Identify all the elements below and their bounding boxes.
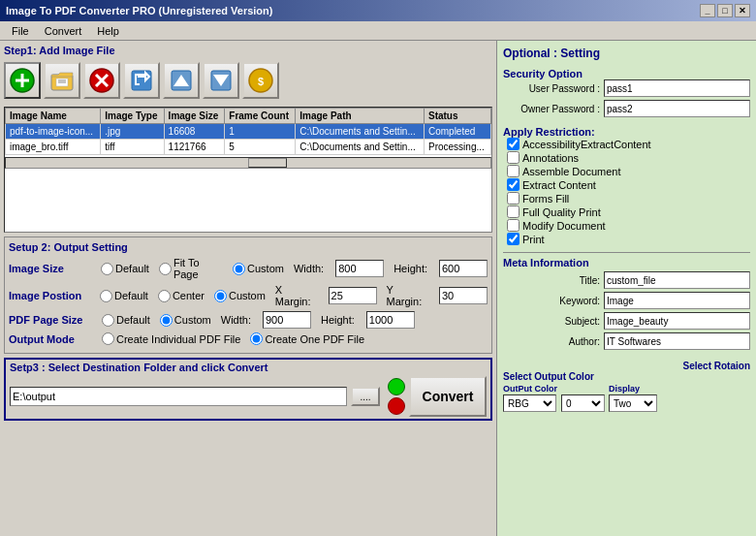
menu-convert[interactable]: Convert (37, 24, 90, 38)
image-size-fitpage[interactable]: Fit To Page (159, 257, 223, 280)
bottom-controls: Select Rotaion Select Output Color OutPu… (503, 361, 750, 412)
cell-frames: 1 (225, 124, 296, 140)
display-group: Display Two One None (609, 384, 657, 412)
restriction-item-label: Forms Fill (522, 193, 569, 205)
menu-file[interactable]: File (4, 24, 37, 38)
ymargin-input[interactable] (439, 287, 488, 304)
restriction-item[interactable]: Annotations (507, 151, 750, 164)
browse-button[interactable]: .... (351, 387, 380, 406)
image-size-row: Image Size Default Fit To Page Custom Wi… (9, 257, 488, 280)
width-label: Width: (294, 263, 324, 274)
pdf-custom[interactable]: Custom (160, 314, 211, 327)
dest-path-input[interactable] (10, 387, 347, 406)
move-down-button[interactable] (203, 62, 239, 99)
xmargin-input[interactable] (329, 287, 377, 304)
meta-field-label: Title: (503, 275, 600, 286)
image-position-label: Image Postion (9, 290, 94, 301)
meta-field-label: Keyword: (503, 296, 600, 306)
rotation-select[interactable]: 0 90 180 270 (561, 394, 605, 412)
col-image-size: Image Size (164, 109, 225, 124)
restriction-item-label: Extract Content (522, 179, 596, 191)
table-row[interactable]: pdf-to-image-icon... .jpg 16608 1 C:\Doc… (6, 124, 491, 140)
restriction-checkbox[interactable] (507, 233, 520, 245)
restriction-item[interactable]: Full Quality Print (507, 205, 750, 218)
horizontal-scrollbar[interactable] (5, 157, 491, 169)
close-button[interactable]: ✕ (735, 4, 750, 17)
owner-password-row: Owner Password : (503, 100, 750, 117)
rotation-group: 0 90 180 270 (561, 384, 605, 412)
table-row[interactable]: image_bro.tiff tiff 1121766 5 C:\Documen… (6, 140, 491, 155)
restriction-checkbox[interactable] (507, 178, 520, 191)
pos-custom[interactable]: Custom (214, 290, 266, 302)
output-mode-row: Output Mode Create Individual PDF File C… (9, 332, 488, 345)
cell-size: 1121766 (164, 140, 225, 155)
output-individual[interactable]: Create Individual PDF File (102, 332, 240, 345)
meta-field-input[interactable] (604, 312, 750, 330)
image-height-input[interactable] (439, 260, 488, 277)
image-position-options: Default Center Custom X Margin: Y Margin… (100, 284, 488, 307)
restriction-checkbox[interactable] (507, 192, 520, 205)
restriction-checkbox[interactable] (507, 138, 520, 150)
file-table[interactable]: Image Name Image Type Image Size Frame C… (4, 107, 492, 233)
meta-field-input[interactable] (604, 332, 750, 350)
move-up-button[interactable] (163, 62, 200, 99)
step3-section: Setp3 : Select Destination Folder and cl… (4, 358, 492, 421)
restriction-item[interactable]: Print (507, 233, 750, 245)
image-size-custom[interactable]: Custom (233, 263, 284, 275)
restriction-item[interactable]: Forms Fill (507, 192, 750, 205)
meta-field-row: Author: (503, 332, 750, 350)
toolbar: $ (4, 62, 492, 99)
scrollbar-thumb[interactable] (248, 158, 287, 168)
rotation-label-row: Select Rotaion (503, 361, 750, 371)
pdf-default[interactable]: Default (102, 314, 150, 327)
restriction-item[interactable]: Assemble Document (507, 165, 750, 177)
output-onefile[interactable]: Create One PDF File (250, 332, 364, 345)
restriction-item[interactable]: Modify Document (507, 219, 750, 232)
image-size-options: Default Fit To Page Custom Width: Height… (101, 257, 488, 280)
image-size-default[interactable]: Default (101, 263, 149, 275)
remove-file-button[interactable] (83, 62, 120, 99)
cell-type: tiff (101, 140, 164, 155)
pos-center[interactable]: Center (158, 290, 205, 302)
cell-path: C:\Documents and Settin... (296, 140, 425, 155)
restriction-checkbox[interactable] (507, 151, 520, 164)
select-rotation-label: Select Rotaion (683, 361, 750, 371)
display-select[interactable]: Two One None (609, 394, 657, 412)
user-password-input[interactable] (604, 79, 750, 97)
red-light (388, 397, 405, 415)
reload-button[interactable] (123, 62, 160, 99)
restriction-checkbox[interactable] (507, 205, 520, 218)
restriction-item[interactable]: AccessibilityExtractContent (507, 138, 750, 150)
restriction-item-label: Print (522, 234, 545, 245)
restriction-checkbox[interactable] (507, 165, 520, 177)
image-size-label: Image Size (9, 263, 95, 274)
meta-field-row: Subject: (503, 312, 750, 330)
output-mode-options: Create Individual PDF File Create One PD… (102, 332, 364, 345)
window-controls[interactable]: _ □ ✕ (700, 4, 750, 17)
restriction-item[interactable]: Extract Content (507, 178, 750, 191)
convert-button[interactable]: Convert (409, 376, 487, 417)
add-file-button[interactable] (4, 62, 41, 99)
image-width-input[interactable] (335, 260, 384, 277)
color-label-row: Select Output Color (503, 371, 750, 382)
pos-default[interactable]: Default (100, 290, 148, 302)
cell-name: image_bro.tiff (6, 140, 101, 155)
pdf-height-input[interactable] (366, 311, 415, 329)
minimize-button[interactable]: _ (700, 4, 715, 17)
menu-help[interactable]: Help (89, 24, 127, 38)
meta-field-input[interactable] (604, 271, 750, 289)
step2-title: Setup 2: Output Setting (9, 241, 488, 253)
meta-field-input[interactable] (604, 292, 750, 309)
buy-button[interactable]: $ (242, 62, 279, 99)
meta-field-label: Subject: (503, 316, 600, 327)
add-folder-button[interactable] (44, 62, 80, 99)
main-content: Step1: Add Image File (0, 41, 756, 536)
user-password-row: User Password : (503, 79, 750, 97)
output-color-select[interactable]: RBG Gray CMYK (503, 394, 556, 412)
height-label: Height: (394, 263, 427, 274)
pdf-width-input[interactable] (263, 311, 311, 329)
cell-type: .jpg (101, 124, 164, 140)
maximize-button[interactable]: □ (717, 4, 733, 17)
owner-password-input[interactable] (604, 100, 750, 117)
restriction-checkbox[interactable] (507, 219, 520, 232)
